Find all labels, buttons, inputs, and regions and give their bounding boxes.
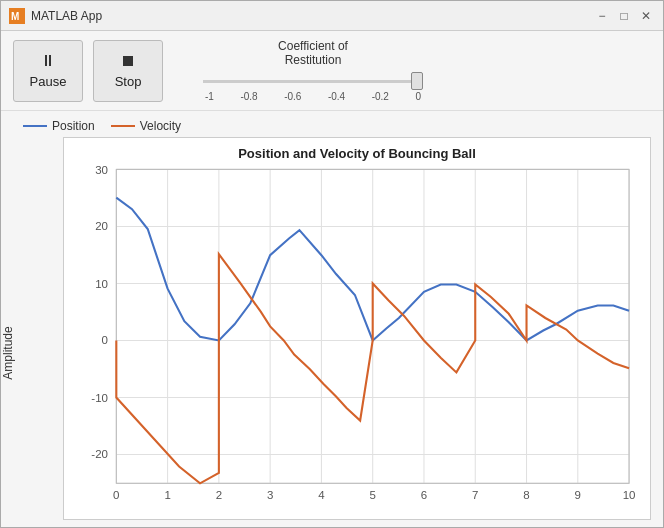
y-axis-label: Amplitude xyxy=(1,327,15,380)
tick-minus04: -0.4 xyxy=(328,91,345,102)
chart-title: Position and Velocity of Bouncing Ball xyxy=(238,146,476,161)
legend-velocity: Velocity xyxy=(111,119,181,133)
stop-button[interactable]: ⏹ Stop xyxy=(93,40,163,102)
slider-ticks: -1 -0.8 -0.6 -0.4 -0.2 0 xyxy=(203,91,423,102)
window-title: MATLAB App xyxy=(31,9,102,23)
legend-position: Position xyxy=(23,119,95,133)
svg-text:1: 1 xyxy=(164,489,170,501)
slider-track-wrapper xyxy=(203,71,423,91)
legend-position-label: Position xyxy=(52,119,95,133)
stop-icon: ⏹ xyxy=(120,52,136,70)
tick-minus1: -1 xyxy=(205,91,214,102)
svg-text:8: 8 xyxy=(523,489,529,501)
svg-text:10: 10 xyxy=(623,489,636,501)
title-bar-left: M MATLAB App xyxy=(9,8,102,24)
close-button[interactable]: ✕ xyxy=(637,7,655,25)
title-bar: M MATLAB App − □ ✕ xyxy=(1,1,663,31)
tick-minus02: -0.2 xyxy=(372,91,389,102)
restitution-slider[interactable] xyxy=(203,80,423,83)
pause-button[interactable]: ⏸ Pause xyxy=(13,40,83,102)
svg-text:4: 4 xyxy=(318,489,325,501)
chart-area: Position Velocity Amplitude Position and… xyxy=(1,111,663,528)
chart-outer: Amplitude Position and Velocity of Bounc… xyxy=(13,137,651,528)
main-window: M MATLAB App − □ ✕ ⏸ Pause ⏹ Stop Coeffi… xyxy=(0,0,664,528)
tick-minus08: -0.8 xyxy=(240,91,257,102)
svg-text:0: 0 xyxy=(102,334,108,346)
position-line-sample xyxy=(23,125,47,127)
svg-text:6: 6 xyxy=(421,489,427,501)
svg-text:3: 3 xyxy=(267,489,273,501)
maximize-button[interactable]: □ xyxy=(615,7,633,25)
velocity-line-sample xyxy=(111,125,135,127)
matlab-icon: M xyxy=(9,8,25,24)
minimize-button[interactable]: − xyxy=(593,7,611,25)
svg-text:7: 7 xyxy=(472,489,478,501)
chart-legend: Position Velocity xyxy=(13,119,651,133)
tick-minus06: -0.6 xyxy=(284,91,301,102)
slider-container: -1 -0.8 -0.6 -0.4 -0.2 0 xyxy=(203,71,423,102)
svg-text:-10: -10 xyxy=(91,392,108,404)
svg-text:5: 5 xyxy=(369,489,375,501)
slider-label: Coefficient ofRestitution xyxy=(278,39,348,67)
svg-text:-20: -20 xyxy=(91,448,108,460)
pause-label: Pause xyxy=(30,74,67,89)
svg-text:30: 30 xyxy=(95,164,108,176)
chart-wrapper: Position and Velocity of Bouncing Ball xyxy=(63,137,651,520)
pause-icon: ⏸ xyxy=(40,52,56,70)
svg-text:9: 9 xyxy=(575,489,581,501)
tick-0: 0 xyxy=(415,91,421,102)
slider-section: Coefficient ofRestitution -1 -0.8 -0.6 -… xyxy=(203,39,423,102)
toolbar: ⏸ Pause ⏹ Stop Coefficient ofRestitution… xyxy=(1,31,663,111)
chart-svg: 30 20 10 0 -10 -20 0 1 2 3 4 5 6 7 8 9 xyxy=(64,138,650,515)
svg-text:0: 0 xyxy=(113,489,119,501)
svg-text:2: 2 xyxy=(216,489,222,501)
title-bar-controls: − □ ✕ xyxy=(593,7,655,25)
svg-text:M: M xyxy=(11,11,19,22)
svg-text:20: 20 xyxy=(95,220,108,232)
svg-text:10: 10 xyxy=(95,278,108,290)
stop-label: Stop xyxy=(115,74,142,89)
legend-velocity-label: Velocity xyxy=(140,119,181,133)
